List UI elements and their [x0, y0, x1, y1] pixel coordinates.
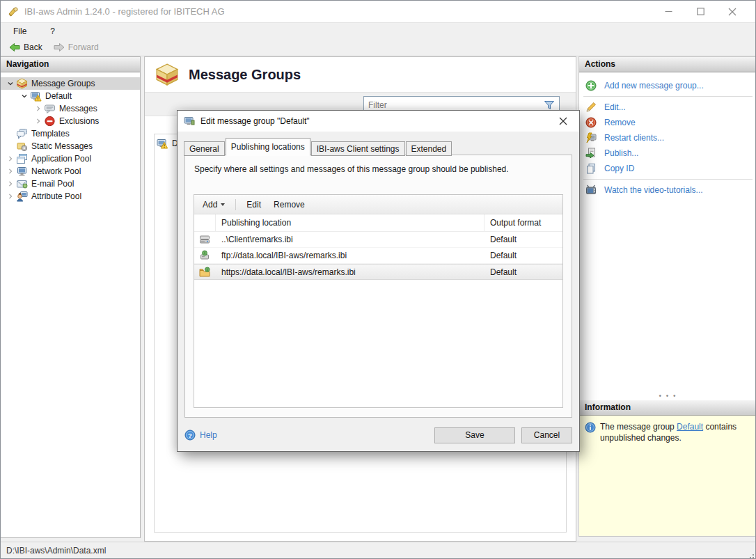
column-output-format[interactable]: Output format	[485, 214, 562, 231]
tab-general[interactable]: General	[184, 141, 225, 156]
menubar: File ?	[1, 23, 755, 39]
actions-panel: Actions Add new message group... Edit...…	[578, 56, 756, 537]
minimize-icon	[665, 8, 672, 15]
tree-item-label: Templates	[31, 129, 70, 139]
remove-icon	[585, 117, 597, 128]
actions-header: Actions	[579, 57, 756, 72]
tree-item-label: Default	[45, 91, 72, 101]
tree-item-exclusions[interactable]: Exclusions	[1, 115, 140, 127]
chevron-down-icon[interactable]	[19, 90, 30, 102]
tree-item-static-messages[interactable]: Static Messages	[1, 140, 140, 152]
table-row-https[interactable]: https://data.local/IBI-aws/remarks.ibi D…	[194, 264, 562, 280]
static-messages-icon	[16, 141, 28, 152]
templates-icon	[16, 128, 28, 139]
divider	[583, 96, 753, 97]
menu-item-file[interactable]: File	[10, 25, 29, 38]
chevron-right-icon[interactable]	[5, 166, 16, 177]
tree-item-default[interactable]: Default	[1, 90, 140, 102]
web-folder-icon	[199, 267, 210, 278]
chevron-right-icon[interactable]	[5, 191, 16, 202]
tree-item-message-groups[interactable]: Message Groups	[1, 77, 140, 90]
email-pool-icon	[16, 178, 28, 189]
default-group-link[interactable]: Default	[677, 422, 703, 432]
action-watch-video-tutorials[interactable]: Watch the video-tutorials...	[579, 182, 756, 198]
dropdown-caret-icon	[221, 203, 225, 206]
messages-icon	[44, 103, 56, 114]
add-icon	[585, 80, 597, 91]
divider	[583, 179, 753, 180]
chevron-right-icon[interactable]	[5, 178, 16, 189]
forward-label: Forward	[68, 42, 99, 52]
edit-button-label: Edit	[246, 200, 261, 210]
tab-extended[interactable]: Extended	[406, 141, 452, 156]
app-window: IBI-aws Admin 1.24.0 - registered for IB…	[0, 0, 756, 559]
tree-item-attribute-pool[interactable]: Attribute Pool	[1, 190, 140, 203]
window-title: IBI-aws Admin 1.24.0 - registered for IB…	[24, 6, 652, 17]
default-group-icon	[157, 138, 168, 149]
message-groups-icon	[16, 78, 28, 89]
publishing-locations-page: Specify where all settings and messages …	[184, 155, 572, 418]
forward-icon	[54, 42, 65, 53]
default-group-icon	[30, 90, 42, 102]
information-body: The message group Default contains unpub…	[579, 416, 756, 536]
minimize-button[interactable]	[652, 1, 684, 22]
add-button-label: Add	[203, 200, 217, 210]
panel-splitter-handle[interactable]: • • •	[579, 393, 756, 399]
row-format: Default	[485, 248, 562, 263]
add-button[interactable]: Add	[200, 198, 227, 211]
chevron-down-icon[interactable]	[5, 78, 16, 89]
action-publish[interactable]: Publish...	[579, 145, 756, 161]
action-label: Edit...	[604, 102, 626, 112]
tree-item-network-pool[interactable]: Network Pool	[1, 165, 140, 178]
action-restart-clients[interactable]: Restart clients...	[579, 130, 756, 145]
tab-ibi-aws-client-settings[interactable]: IBI-aws Client settings	[311, 141, 405, 156]
copy-id-icon	[585, 163, 597, 174]
filter-funnel-icon[interactable]	[544, 100, 555, 111]
table-header: Publishing location Output format	[194, 214, 562, 232]
save-button[interactable]: Save	[434, 427, 515, 443]
tree-item-messages[interactable]: Messages	[1, 102, 140, 115]
resize-grip[interactable]	[753, 554, 754, 556]
column-publishing-location[interactable]: Publishing location	[215, 214, 485, 231]
action-remove[interactable]: Remove	[579, 115, 756, 130]
action-edit[interactable]: Edit...	[579, 100, 756, 115]
dialog-title: Edit message group "Default"	[200, 116, 548, 126]
table-row-ftp[interactable]: ftp://data.local/IBI-aws/remarks.ibi Def…	[194, 248, 562, 264]
tree-item-label: Network Pool	[31, 166, 81, 176]
tree-item-application-pool[interactable]: Application Pool	[1, 152, 140, 165]
maximize-button[interactable]	[684, 1, 716, 22]
back-label: Back	[24, 42, 42, 52]
action-add-new-message-group[interactable]: Add new message group...	[579, 78, 756, 93]
nav-toolbar: Back Forward	[1, 39, 755, 56]
tree-item-templates[interactable]: Templates	[1, 127, 140, 140]
tree-item-label: E-mail Pool	[31, 179, 74, 189]
chevron-right-icon[interactable]	[5, 153, 16, 164]
toolbar-separator	[235, 199, 236, 210]
close-button[interactable]	[716, 1, 748, 22]
tree-spacer	[5, 141, 16, 152]
help-link[interactable]: ? Help	[184, 430, 217, 441]
page-title: Message Groups	[189, 67, 301, 83]
information-panel: Information The message group Default co…	[579, 400, 756, 536]
back-button[interactable]: Back	[5, 40, 47, 54]
remove-button[interactable]: Remove	[271, 198, 307, 211]
chevron-right-icon[interactable]	[33, 103, 44, 114]
edit-button[interactable]: Edit	[244, 198, 263, 211]
tab-publishing-locations[interactable]: Publishing locations	[226, 138, 310, 156]
row-format: Default	[485, 232, 562, 247]
column-icon	[194, 214, 215, 231]
message-groups-icon	[155, 63, 179, 86]
ftp-drive-icon	[199, 250, 210, 261]
action-copy-id[interactable]: Copy ID	[579, 161, 756, 176]
menu-item-help[interactable]: ?	[47, 25, 58, 38]
dialog-close-button[interactable]	[553, 113, 573, 129]
info-text-before: The message group	[600, 422, 677, 432]
forward-button[interactable]: Forward	[49, 40, 103, 54]
table-row-local[interactable]: ..\Client\remarks.ibi Default	[194, 232, 562, 248]
list-toolbar: Add Edit Remove	[194, 195, 562, 214]
cancel-button[interactable]: Cancel	[521, 427, 572, 443]
navigation-tree: Message Groups Default Messages Exclusio…	[1, 72, 140, 203]
tree-item-email-pool[interactable]: E-mail Pool	[1, 178, 140, 190]
chevron-right-icon[interactable]	[33, 116, 44, 127]
filter-input[interactable]	[368, 100, 544, 110]
